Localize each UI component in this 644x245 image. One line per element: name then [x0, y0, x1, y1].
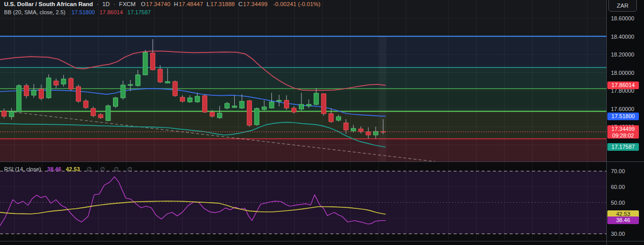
price-zone — [0, 36, 606, 67]
candle-body-up — [277, 100, 282, 101]
candle-body-up — [143, 52, 148, 75]
candle-body-up — [240, 101, 244, 108]
candle-body-up — [255, 108, 259, 125]
candle-body-up — [306, 104, 311, 106]
price-axis[interactable]: ZAR 18.6000018.4000018.2000018.0000017.8… — [606, 0, 644, 245]
ohlc-value: 17.31888 — [210, 1, 235, 7]
candle-body-down — [151, 53, 155, 70]
candle-body-up — [106, 106, 110, 121]
bb-indicator-values: 17.5180017.8601417.17587 — [67, 9, 151, 15]
separator-dot: · — [97, 1, 99, 7]
change-value: -0.00241 (-0.01%) — [273, 1, 321, 7]
candle-body-up — [195, 96, 200, 102]
bb-indicator-legend[interactable]: BB (20, SMA, close, 2.5) 17.5180017.8601… — [4, 9, 151, 15]
axis-tick-label: 50.00 — [611, 199, 625, 206]
ohlc-values: O17.34740H17.48447L17.31888C17.34499 — [137, 1, 268, 7]
chart-canvas[interactable] — [0, 0, 644, 245]
candle-body-up — [17, 86, 21, 112]
candle-body-down — [91, 108, 96, 116]
rsi-empty-values: ∅ ∅ ∅ ∅ — [87, 166, 136, 172]
ohlc-value: 17.34740 — [146, 1, 171, 7]
candle-body-down — [158, 69, 162, 82]
candle-body-down — [76, 87, 81, 101]
axis-tick-label: 17.60000 — [611, 105, 634, 113]
candle-body-down — [83, 101, 88, 107]
price-axis-badge: 17.86014 — [607, 81, 639, 89]
exchange-label: FXCM — [119, 1, 136, 7]
rsi-value: 42.53 — [66, 166, 80, 172]
rsi-indicator-legend[interactable]: RSI (14, close) 38.4642.53 ∅ ∅ ∅ ∅ — [4, 166, 135, 173]
symbol-title[interactable]: U.S. Dollar / South African Rand — [4, 1, 93, 7]
rsi-indicator-label: RSI (14, close) — [4, 166, 41, 172]
price-zone — [0, 67, 606, 89]
candle-body-down — [329, 114, 333, 122]
candle-body-up — [299, 104, 304, 109]
candle-body-up — [269, 102, 274, 108]
candle-body-up — [128, 85, 133, 86]
candle-body-up — [232, 106, 237, 107]
candle-body-down — [358, 129, 363, 131]
axis-tick-label: 70.00 — [611, 168, 625, 175]
candle-body-up — [32, 90, 36, 95]
candle-body-down — [173, 81, 177, 96]
rsi-indicator-values: 38.4642.53 — [43, 166, 80, 172]
currency-toggle-button[interactable]: ZAR — [608, 0, 637, 12]
candle-body-down — [2, 111, 7, 116]
candle-body-up — [121, 85, 125, 98]
candle-body-up — [46, 78, 51, 98]
ohlc-value: 17.48447 — [179, 1, 203, 7]
axis-tick-label: 30.00 — [611, 230, 625, 237]
ohlc-label: C — [238, 1, 242, 7]
candle-body-down — [39, 89, 44, 98]
candle-body-up — [188, 98, 192, 102]
badge-countdown: 09:28:02 — [607, 132, 639, 139]
candle-body-down — [98, 115, 103, 118]
price-axis-badge: 17.3449909:28:02 — [607, 125, 639, 139]
axis-tick-label: 18.20000 — [611, 51, 634, 58]
current-bar-highlight — [379, 36, 386, 161]
rsi-value: 38.46 — [47, 166, 62, 172]
candle-body-up — [314, 93, 319, 104]
candle-body-down — [292, 108, 296, 112]
separator-dot: · — [114, 1, 116, 7]
price-zone — [0, 139, 606, 161]
candle-body-down — [24, 86, 29, 96]
ohlc-value: 17.34499 — [243, 1, 268, 7]
bb-value: 17.17587 — [127, 9, 151, 15]
bb-value: 17.51800 — [72, 9, 95, 15]
candle-body-down — [54, 81, 59, 85]
candle-body-down — [247, 101, 251, 125]
timeframe-label[interactable]: 1D — [102, 1, 110, 7]
candle-body-up — [135, 75, 140, 86]
candle-body-up — [9, 112, 14, 117]
bb-indicator-label: BB (20, SMA, close, 2.5) — [4, 9, 65, 15]
candle-body-up — [225, 103, 230, 108]
candle-body-up — [262, 107, 267, 110]
candle-body-down — [284, 100, 289, 108]
price-axis-badge: 38.46 — [607, 216, 639, 224]
axis-tick-label: 18.60000 — [611, 15, 634, 22]
ohlc-label: L — [207, 1, 210, 7]
candle-body-up — [217, 113, 222, 118]
price-axis-badge: 17.17587 — [607, 143, 639, 151]
candle-body-down — [180, 97, 185, 101]
candle-body-up — [114, 98, 118, 106]
axis-tick-label: 60.00 — [611, 183, 625, 190]
ohlc-label: O — [141, 1, 146, 7]
candle-body-down — [210, 112, 214, 116]
candle-body-down — [366, 132, 371, 135]
axis-tick-label: 18.00000 — [611, 69, 634, 76]
axis-tick-label: 18.40000 — [611, 33, 634, 40]
candle-body-up — [61, 79, 66, 84]
ohlc-label: H — [174, 1, 178, 7]
price-axis-badge: 17.51800 — [607, 113, 639, 120]
symbol-legend: U.S. Dollar / South African Rand · 1D · … — [4, 1, 320, 7]
candle-body-down — [321, 94, 326, 114]
badge-price: 17.34499 — [607, 125, 639, 132]
candle-body-down — [203, 96, 207, 112]
candle-body-up — [337, 117, 341, 120]
candle-body-up — [165, 81, 170, 83]
trading-chart-window: U.S. Dollar / South African Rand · 1D · … — [0, 0, 644, 245]
candle-body-down — [344, 123, 348, 130]
candle-body-up — [351, 128, 356, 131]
